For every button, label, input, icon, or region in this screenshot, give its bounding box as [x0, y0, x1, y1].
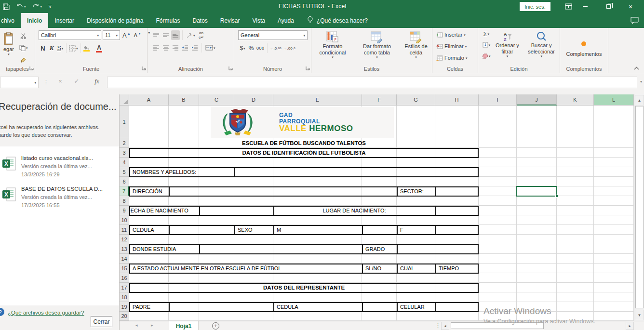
column-header-K[interactable]: K	[557, 94, 594, 106]
row-header-1[interactable]: 1	[120, 106, 129, 138]
select-all-corner[interactable]	[120, 94, 129, 106]
decrease-decimal-icon[interactable]: →.00,0	[282, 43, 296, 53]
row-header-17[interactable]: 17	[120, 283, 129, 292]
row-header-4[interactable]: 4	[120, 158, 129, 167]
underline-button[interactable]: S▾	[56, 43, 65, 53]
increase-indent-icon[interactable]	[190, 43, 199, 53]
new-sheet-icon[interactable]: +	[212, 322, 219, 330]
comment-icon[interactable]	[630, 16, 639, 26]
scroll-right-icon[interactable]: ▸	[626, 322, 634, 330]
row-header-18[interactable]: 18	[120, 292, 129, 302]
sort-filter-button[interactable]: AZ Ordenar y filtrar ▾	[492, 29, 523, 65]
insert-function-icon[interactable]: fx	[91, 78, 103, 85]
format-as-table-button[interactable]: Dar formato como tabla ▾	[356, 29, 398, 65]
scroll-up-icon[interactable]: ▲	[635, 95, 644, 106]
row-header-15[interactable]: 15	[120, 264, 129, 273]
close-button[interactable]: ×	[623, 0, 638, 13]
restore-button[interactable]	[601, 0, 616, 13]
orientation-icon[interactable]: ▾	[185, 30, 196, 40]
row-header-16[interactable]: 16	[120, 273, 129, 283]
increase-decimal-icon[interactable]: ←.0,00	[269, 43, 282, 53]
recovered-file-item[interactable]: X listado curso vacacional.xls... Versió…	[0, 153, 119, 183]
delete-cells-button[interactable]: Eliminar▾	[436, 40, 478, 52]
active-cell-selection[interactable]	[516, 186, 557, 197]
column-header-F[interactable]: F	[362, 94, 397, 106]
copy-icon[interactable]: ▾	[18, 43, 29, 53]
which-files-link[interactable]: ¿Qué archivos desea guardar?	[8, 310, 84, 316]
column-header-I[interactable]: I	[479, 94, 517, 106]
align-center-icon[interactable]	[161, 43, 170, 53]
align-bottom-icon[interactable]	[171, 30, 180, 40]
vertical-scrollbar[interactable]: ▲ ▼	[634, 94, 644, 321]
formula-input[interactable]	[107, 77, 637, 88]
row-header-6[interactable]: 6	[120, 177, 129, 186]
merge-center-icon[interactable]: ▾	[204, 43, 216, 53]
cut-icon[interactable]	[18, 31, 29, 40]
fill-icon[interactable]: ▾	[481, 40, 492, 50]
font-color-icon[interactable]: A▾	[95, 43, 104, 53]
clear-icon[interactable]: ▾	[481, 51, 492, 61]
tab-datos[interactable]: Datos	[186, 13, 214, 28]
row-header-10[interactable]: 10	[120, 215, 129, 225]
redo-icon[interactable]: ▾	[32, 4, 42, 10]
sign-in-button[interactable]: Inic. ses.	[520, 2, 550, 11]
sheet-tab-hoja1[interactable]: Hoja1	[169, 321, 199, 330]
wrap-text-icon[interactable]: abc↵	[197, 30, 206, 40]
worksheet-grid[interactable]: ABCDEFGHIJKL 123456789101112131415161718…	[120, 94, 644, 321]
paste-button[interactable]: egar ▾	[0, 30, 17, 56]
decrease-indent-icon[interactable]	[181, 43, 189, 53]
italic-button[interactable]: K	[47, 43, 56, 53]
format-cells-button[interactable]: Formato▾	[436, 52, 478, 64]
tell-me-search[interactable]: ¿Qué desea hacer?	[300, 13, 368, 28]
column-header-H[interactable]: H	[435, 94, 479, 106]
save-icon[interactable]	[3, 3, 10, 10]
autosum-icon[interactable]: Σ▾	[481, 29, 492, 39]
addins-button[interactable]: Complementos	[566, 36, 602, 57]
name-box[interactable]: ▾	[0, 77, 39, 88]
vertical-scrollbar-thumb[interactable]	[635, 106, 644, 308]
cell-styles-button[interactable]: Estilos de celda ▾	[400, 29, 432, 65]
align-right-icon[interactable]	[171, 43, 180, 53]
tab-inicio[interactable]: Inicio	[21, 13, 48, 28]
row-header-7[interactable]: 7	[120, 186, 129, 196]
tab-disposicion[interactable]: Disposición de página	[80, 13, 149, 28]
row-header-8[interactable]: 8	[120, 196, 129, 206]
align-middle-icon[interactable]	[161, 30, 170, 40]
currency-format-icon[interactable]: $▾	[238, 43, 247, 53]
insert-cells-button[interactable]: Insertar▾	[436, 29, 478, 40]
next-sheet-icon[interactable]: ▸	[151, 323, 153, 328]
tab-vista[interactable]: Vista	[246, 13, 271, 28]
comma-format-icon[interactable]: 000	[255, 43, 266, 53]
number-format-select[interactable]: General▾	[238, 30, 308, 40]
tab-formulas[interactable]: Fórmulas	[149, 13, 186, 28]
shrink-font-icon[interactable]: A▼	[133, 30, 142, 40]
horizontal-scrollbar-thumb[interactable]	[451, 322, 544, 329]
formula-bar-splitter[interactable]: ⋮	[43, 79, 49, 85]
conditional-formatting-button[interactable]: ≠ Formato condicional ▾	[311, 29, 354, 65]
scroll-down-icon[interactable]: ▼	[635, 310, 644, 320]
expand-formula-bar-icon[interactable]: ▾	[640, 79, 642, 84]
find-select-button[interactable]: Buscar y seleccionar ▾	[523, 29, 560, 65]
fill-color-icon[interactable]: ▾	[82, 43, 91, 53]
column-header-E[interactable]: E	[273, 94, 362, 106]
ribbon-display-options-icon[interactable]	[561, 0, 576, 13]
row-header-12[interactable]: 12	[120, 235, 129, 244]
align-left-icon[interactable]	[152, 43, 161, 53]
enter-icon[interactable]: ✓	[70, 78, 83, 85]
tab-revisar[interactable]: Revisar	[214, 13, 246, 28]
column-header-A[interactable]: A	[129, 94, 169, 106]
font-size-select[interactable]: 11▾	[103, 30, 120, 40]
cancel-icon[interactable]: ×	[54, 78, 67, 85]
scroll-left-icon[interactable]: ◂	[441, 322, 449, 330]
row-header-9[interactable]: 9	[120, 206, 129, 215]
column-header-B[interactable]: B	[169, 94, 199, 106]
minimize-button[interactable]	[577, 0, 593, 13]
row-header-13[interactable]: 13	[120, 244, 129, 254]
prev-sheet-icon[interactable]: ◂	[135, 323, 138, 328]
tab-insertar[interactable]: Insertar	[48, 13, 80, 28]
column-header-G[interactable]: G	[397, 94, 435, 106]
row-header-14[interactable]: 14	[120, 254, 129, 264]
column-header-C[interactable]: C	[199, 94, 234, 106]
close-recovery-button[interactable]: Cerrar	[91, 316, 112, 327]
row-header-2[interactable]: 2	[120, 138, 129, 148]
